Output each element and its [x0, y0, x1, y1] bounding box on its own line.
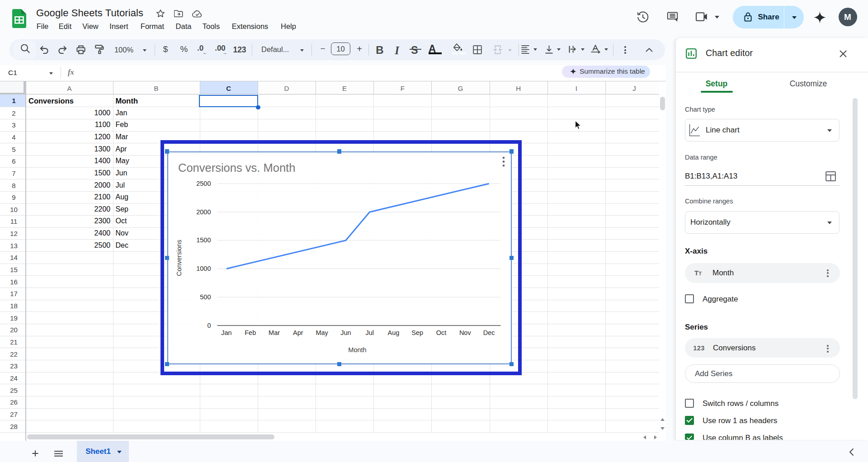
svg-text:Jan: Jan: [221, 329, 231, 336]
svg-text:Oct: Oct: [436, 329, 446, 336]
svg-text:Month: Month: [348, 346, 366, 354]
svg-text:2500: 2500: [196, 180, 211, 187]
svg-text:May: May: [316, 329, 328, 336]
svg-text:0: 0: [207, 322, 211, 329]
svg-text:2000: 2000: [196, 208, 211, 216]
svg-text:Aug: Aug: [387, 329, 399, 336]
svg-text:Jun: Jun: [340, 329, 351, 336]
svg-text:Conversions vs. Month: Conversions vs. Month: [178, 161, 295, 174]
svg-text:Sep: Sep: [411, 329, 423, 336]
svg-text:Apr: Apr: [293, 329, 303, 336]
svg-text:1000: 1000: [196, 265, 211, 272]
svg-text:Feb: Feb: [245, 329, 256, 336]
svg-text:500: 500: [200, 293, 211, 301]
svg-text:1500: 1500: [196, 236, 211, 244]
svg-text:Jul: Jul: [365, 329, 374, 336]
svg-text:Mar: Mar: [269, 329, 280, 336]
svg-text:Conversions: Conversions: [175, 240, 183, 276]
svg-text:Dec: Dec: [483, 329, 495, 336]
svg-text:Nov: Nov: [459, 329, 471, 336]
